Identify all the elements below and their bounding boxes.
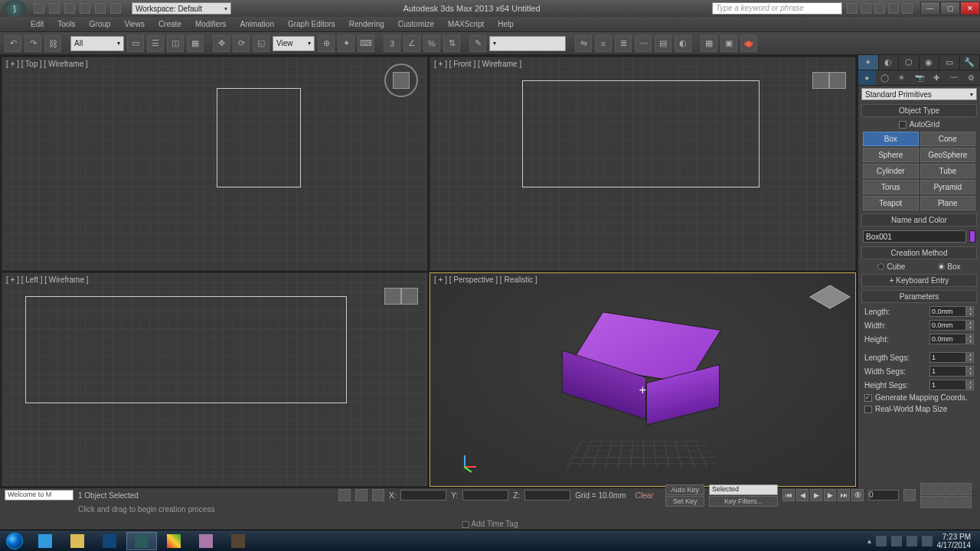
rollout-creation-method[interactable]: Creation Method — [861, 246, 977, 259]
exchange-icon[interactable] — [874, 3, 885, 14]
taskbar-chrome-icon[interactable] — [158, 532, 189, 550]
nav-max-toggle-icon[interactable] — [959, 496, 972, 508]
tray-icon-1[interactable] — [876, 536, 887, 546]
menu-help[interactable]: Help — [498, 20, 514, 28]
key-mode-icon[interactable]: ⦿ — [851, 489, 864, 501]
tray-icon-2[interactable] — [891, 536, 902, 546]
angle-snap-icon[interactable]: ∠ — [403, 35, 420, 52]
cat-lights-icon[interactable]: ☀ — [893, 70, 910, 85]
tray-volume-icon[interactable] — [922, 536, 933, 546]
rollout-parameters[interactable]: Parameters — [861, 290, 977, 303]
app-logo-icon[interactable]: ⟆ — [3, 0, 26, 17]
tab-modify-icon[interactable]: ◐ — [879, 55, 900, 70]
primitive-cylinder[interactable]: Cylinder — [863, 164, 919, 178]
viewcube-front-icon[interactable] — [812, 64, 846, 97]
primitive-box[interactable]: Box — [863, 132, 919, 146]
taskbar-photoshop-icon[interactable] — [94, 532, 125, 550]
redo-icon[interactable]: ↷ — [24, 35, 41, 52]
lock-selection-icon[interactable] — [338, 489, 351, 501]
menu-animation[interactable]: Animation — [240, 20, 273, 28]
rendered-frame-icon[interactable]: ▣ — [720, 35, 737, 52]
nav-orbit-icon[interactable] — [946, 496, 959, 508]
primitive-teapot[interactable]: Teapot — [863, 196, 919, 210]
cat-systems-icon[interactable]: ⚙ — [962, 70, 980, 85]
primitive-cone[interactable]: Cone — [920, 132, 976, 146]
minimize-button[interactable]: — — [920, 2, 940, 15]
manipulate-icon[interactable]: ✦ — [338, 35, 354, 52]
sel-lock-icon[interactable] — [372, 489, 384, 501]
tab-motion-icon[interactable]: ◉ — [920, 55, 940, 70]
layers-icon[interactable]: ≣ — [615, 35, 632, 52]
tab-create-icon[interactable]: ✦ — [858, 55, 879, 70]
nav-pan-icon[interactable] — [920, 483, 933, 495]
viewport-top-label[interactable]: [ + ] [ Top ] [ Wireframe ] — [6, 60, 88, 68]
autogrid-checkbox[interactable] — [899, 121, 906, 129]
current-frame-input[interactable]: 0 — [868, 490, 899, 500]
menu-maxscript[interactable]: MAXScript — [448, 20, 484, 28]
tab-utilities-icon[interactable]: 🔧 — [960, 55, 981, 70]
tab-hierarchy-icon[interactable]: ⬡ — [899, 55, 920, 70]
prev-frame-icon[interactable]: ◀ — [796, 489, 808, 501]
qat-redo-icon[interactable] — [95, 3, 106, 14]
infocenter-search[interactable]: Type a keyword or phrase — [712, 2, 842, 15]
select-region-icon[interactable]: ◫ — [167, 35, 184, 52]
key-mode-dropdown[interactable]: Selected — [709, 484, 778, 495]
start-button[interactable] — [0, 530, 29, 552]
goto-start-icon[interactable]: ⏮ — [782, 489, 795, 501]
help-icon[interactable] — [902, 3, 913, 14]
viewport-perspective[interactable]: [ + ] [ Perspective ] [ Realistic ] + — [430, 272, 856, 487]
taskbar-3dsmax-icon[interactable] — [126, 532, 157, 550]
menu-customize[interactable]: Customize — [398, 20, 434, 28]
snap-toggle-icon[interactable]: 3 — [384, 35, 400, 52]
subscription-icon[interactable] — [861, 3, 871, 14]
rollout-object-type[interactable]: Object Type — [861, 104, 977, 117]
primitive-torus[interactable]: Torus — [863, 180, 919, 194]
hsegs-spinner[interactable]: 1 — [929, 380, 966, 390]
viewcube-persp-icon[interactable] — [812, 279, 846, 313]
tab-display-icon[interactable]: ▭ — [939, 55, 960, 70]
qat-open-icon[interactable] — [49, 3, 60, 14]
cm-cube-radio[interactable] — [877, 263, 884, 270]
ref-coord-system[interactable]: View — [273, 36, 315, 51]
menu-views[interactable]: Views — [124, 20, 145, 28]
undo-icon[interactable]: ↶ — [5, 35, 21, 52]
real-world-checkbox[interactable] — [864, 406, 872, 413]
close-button[interactable]: ✕ — [960, 2, 980, 15]
primitive-sphere[interactable]: Sphere — [863, 148, 919, 162]
qat-save-icon[interactable] — [64, 3, 75, 14]
favorites-icon[interactable] — [888, 3, 899, 14]
pivot-icon[interactable]: ⊕ — [318, 35, 335, 52]
schematic-icon[interactable]: ▤ — [655, 35, 671, 52]
primitive-tube[interactable]: Tube — [920, 164, 976, 178]
maxscript-listener[interactable]: Welcome to M — [5, 490, 74, 500]
rotate-icon[interactable]: ⟳ — [233, 35, 250, 52]
tray-network-icon[interactable] — [906, 536, 917, 546]
editnamed-icon[interactable]: ✎ — [469, 35, 486, 52]
qat-link-icon[interactable] — [110, 3, 121, 14]
spinner-snap-icon[interactable]: ⇅ — [443, 35, 460, 52]
render-setup-icon[interactable]: ▦ — [701, 35, 717, 52]
viewcube-top-icon[interactable] — [384, 64, 418, 97]
next-frame-icon[interactable]: ▶ — [824, 489, 836, 501]
isolate-icon[interactable] — [355, 489, 368, 501]
play-icon[interactable]: ▶ — [810, 489, 822, 501]
link-icon[interactable]: ⛓ — [44, 35, 61, 52]
workspace-selector[interactable]: Workspace: Default — [132, 2, 231, 15]
taskbar-ie-icon[interactable] — [30, 532, 60, 550]
coord-y[interactable] — [462, 490, 508, 500]
lsegs-spinner[interactable]: 1 — [929, 352, 966, 363]
render-icon[interactable]: 🫖 — [740, 35, 757, 52]
menu-grapheditors[interactable]: Graph Editors — [288, 20, 335, 28]
rollout-keyboard-entry[interactable]: + Keyboard Entry — [861, 274, 977, 287]
cat-helpers-icon[interactable]: ✚ — [928, 70, 946, 85]
nav-zoom-extents-all-icon[interactable] — [933, 496, 946, 508]
viewcube-left-icon[interactable] — [384, 279, 418, 313]
viewport-left-label[interactable]: [ + ] [ Left ] [ Wireframe ] — [6, 276, 89, 284]
rollout-name-color[interactable]: Name and Color — [861, 214, 977, 227]
mirror-icon[interactable]: ⇋ — [575, 35, 592, 52]
menu-rendering[interactable]: Rendering — [349, 20, 384, 28]
taskbar-app2-icon[interactable] — [223, 532, 253, 550]
selection-filter[interactable]: All — [70, 36, 124, 51]
menu-tools[interactable]: Tools — [57, 20, 75, 28]
taskbar-app1-icon[interactable] — [191, 532, 221, 550]
